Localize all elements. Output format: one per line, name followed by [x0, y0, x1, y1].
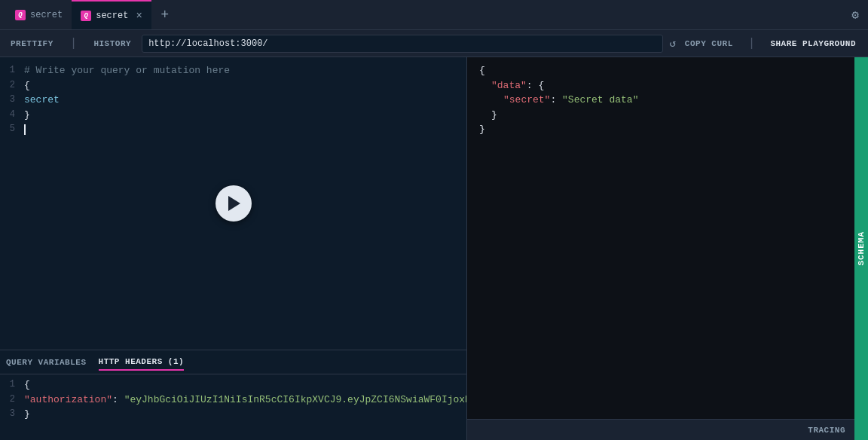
- top-bar: Q secret Q secret × + ⚙: [0, 0, 868, 30]
- tab-icon-1: Q: [15, 10, 26, 20]
- line-content-3: secret: [24, 93, 466, 108]
- resp-content-3: "secret": "Secret data": [479, 93, 638, 108]
- settings-icon[interactable]: ⚙: [848, 5, 862, 26]
- query-code-area[interactable]: 1 # Write your query or mutation here 2 …: [0, 57, 466, 350]
- header-line-num-1: 1: [0, 377, 24, 391]
- resp-content-5: }: [479, 122, 485, 137]
- tab-secret-2[interactable]: Q secret ×: [72, 0, 151, 29]
- http-headers-content[interactable]: 1 { 2 "authorization": "eyJhbGciOiJIUzI1…: [0, 374, 466, 440]
- tab-http-headers[interactable]: HTTP HEADERS (1): [99, 354, 185, 371]
- line-content-1: # Write your query or mutation here: [24, 63, 466, 78]
- resp-line-3: "secret": "Secret data": [479, 93, 842, 108]
- header-line-num-2: 2: [0, 393, 24, 406]
- schema-sidebar[interactable]: SCHEMA: [854, 57, 868, 440]
- line-num-2: 2: [0, 78, 24, 92]
- header-line-num-3: 3: [0, 407, 24, 420]
- toolbar-right: ↺ COPY CURL | SHARE PLAYGROUND: [669, 36, 862, 51]
- tracing-bar: TRACING: [467, 419, 854, 440]
- line-content-5: [24, 122, 466, 137]
- tab-close-button[interactable]: ×: [136, 11, 142, 21]
- query-editor-panel: 1 # Write your query or mutation here 2 …: [0, 57, 467, 440]
- tab-secret-1[interactable]: Q secret: [6, 0, 72, 29]
- header-content-3: }: [24, 407, 466, 422]
- query-line-3: 3 secret: [0, 93, 466, 108]
- line-content-4: }: [24, 108, 466, 123]
- line-num-4: 4: [0, 108, 24, 121]
- query-line-2: 2 {: [0, 78, 466, 93]
- bottom-tabs: QUERY VARIABLES HTTP HEADERS (1): [0, 350, 466, 374]
- header-line-2: 2 "authorization": "eyJhbGciOiJIUzI1NiIs…: [0, 393, 466, 408]
- resp-line-2: "data": {: [479, 78, 842, 93]
- resp-content-1: {: [479, 63, 485, 78]
- response-area: { "data": { "secret": "Secret data" } }: [467, 57, 854, 419]
- toolbar: PRETTIFY | HISTORY ↺ COPY CURL | SHARE P…: [0, 30, 868, 57]
- header-content-1: {: [24, 377, 466, 393]
- execute-query-button[interactable]: [215, 185, 252, 222]
- line-num-3: 3: [0, 93, 24, 106]
- tab-label-2: secret: [96, 11, 128, 21]
- add-tab-button[interactable]: +: [154, 5, 176, 26]
- main-content: 1 # Write your query or mutation here 2 …: [0, 57, 868, 440]
- play-icon: [228, 196, 240, 211]
- resp-content-2: "data": {: [479, 78, 544, 93]
- text-cursor: [24, 124, 26, 135]
- resp-line-1: {: [479, 63, 842, 78]
- line-num-5: 5: [0, 122, 24, 136]
- header-line-3: 3 }: [0, 407, 466, 422]
- refresh-icon[interactable]: ↺: [669, 37, 675, 50]
- tabs-area: Q secret Q secret × +: [6, 0, 176, 29]
- response-json: { "data": { "secret": "Secret data" } }: [479, 63, 842, 137]
- share-playground-button[interactable]: SHARE PLAYGROUND: [764, 36, 862, 51]
- line-num-1: 1: [0, 63, 24, 77]
- separator-2: |: [748, 37, 756, 50]
- query-line-1: 1 # Write your query or mutation here: [0, 63, 466, 78]
- tracing-label[interactable]: TRACING: [808, 426, 845, 435]
- tab-label-1: secret: [30, 10, 63, 20]
- resp-line-5: }: [479, 122, 842, 137]
- line-content-2: {: [24, 78, 466, 93]
- query-line-5: 5: [0, 122, 466, 137]
- prettify-button[interactable]: PRETTIFY: [6, 36, 58, 51]
- schema-label: SCHEMA: [857, 231, 866, 266]
- bottom-panel: QUERY VARIABLES HTTP HEADERS (1) 1 { 2 "…: [0, 350, 466, 440]
- query-line-4: 4 }: [0, 108, 466, 123]
- header-line-1: 1 {: [0, 377, 466, 393]
- copy-curl-button[interactable]: COPY CURL: [679, 36, 739, 51]
- header-content-2: "authorization": "eyJhbGciOiJIUzI1NiIsIn…: [24, 393, 466, 408]
- url-input[interactable]: [142, 35, 663, 53]
- right-panel: { "data": { "secret": "Secret data" } }: [467, 57, 854, 440]
- editors-main: 1 # Write your query or mutation here 2 …: [0, 57, 868, 440]
- resp-content-4: }: [479, 108, 497, 123]
- history-button[interactable]: HISTORY: [89, 36, 136, 51]
- resp-line-4: }: [479, 108, 842, 123]
- separator-1: |: [70, 37, 78, 50]
- tab-icon-2: Q: [81, 11, 91, 21]
- play-button-container: [215, 185, 252, 222]
- tab-query-variables[interactable]: QUERY VARIABLES: [6, 355, 87, 370]
